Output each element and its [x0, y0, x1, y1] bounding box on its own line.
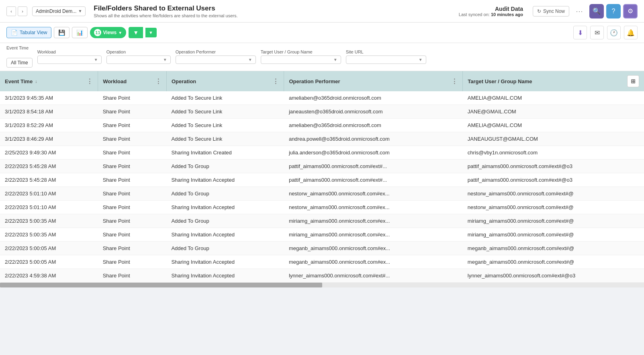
cell-operation: Added To Group — [166, 214, 284, 228]
workload-caret-icon: ▼ — [94, 57, 98, 62]
table-row[interactable]: 2/22/2023 5:01:10 AMShare PointSharing I… — [0, 201, 644, 214]
cell-targetUser: meganb_aimams000.onmicrosoft.com#ext#@ — [463, 255, 644, 269]
cell-operation: Sharing Invitation Accepted — [166, 173, 284, 187]
col-menu-workload[interactable]: ⋮ — [155, 78, 162, 85]
cell-targetUser: pattif_aimams000.onmicrosoft.com#ext#@o3 — [463, 173, 644, 187]
table-row[interactable]: 3/1/2023 8:54:18 AMShare PointAdded To S… — [0, 105, 644, 119]
operation-select[interactable]: ▼ — [106, 55, 171, 64]
filter-icon: ▼ — [133, 29, 139, 36]
cell-eventTime: 2/25/2023 9:49:30 AM — [0, 146, 98, 160]
filter-button[interactable]: ▼ — [129, 27, 143, 38]
page-title: File/Folders Shared to External Users — [94, 4, 454, 12]
sync-now-button[interactable]: ↻ Sync Now — [533, 6, 569, 16]
breadcrumb-dropdown[interactable]: AdminDroid Dem... ▼ — [32, 6, 86, 16]
tabular-view-button[interactable]: 📄 Tabular View — [6, 27, 51, 38]
views-count: 11 — [94, 29, 101, 36]
cell-workload: Share Point — [98, 173, 167, 187]
cell-operationPerformer: julia.anderson@o365droid.onmicrosoft.com — [284, 146, 463, 160]
table-body: 3/1/2023 9:45:35 AMShare PointAdded To S… — [0, 91, 644, 283]
download-button[interactable]: ⬇ — [573, 26, 587, 39]
cell-operation: Sharing Invitation Created — [166, 146, 284, 160]
cell-eventTime: 3/1/2023 8:52:29 AM — [0, 119, 98, 132]
cell-workload: Share Point — [98, 242, 167, 255]
table-row[interactable]: 2/22/2023 5:00:35 AMShare PointSharing I… — [0, 228, 644, 242]
cell-workload: Share Point — [98, 228, 167, 242]
views-button[interactable]: 11 Views ▼ — [90, 27, 126, 38]
th-event-time-label: Event Time — [5, 78, 33, 84]
operation-performer-select[interactable]: ▼ — [176, 55, 256, 64]
table-row[interactable]: 2/22/2023 5:00:05 AMShare PointAdded To … — [0, 242, 644, 255]
th-target-user[interactable]: Target User / Group Name ⊞ — [463, 71, 644, 91]
help-button[interactable]: ? — [606, 4, 621, 18]
cell-operation: Added To Secure Link — [166, 105, 284, 119]
search-button[interactable]: 🔍 — [589, 4, 604, 18]
table-row[interactable]: 2/25/2023 9:49:30 AMShare PointSharing I… — [0, 146, 644, 160]
cell-workload: Share Point — [98, 132, 167, 146]
filter-dropdown-button[interactable]: ▼ — [145, 28, 157, 37]
cell-operation: Sharing Invitation Accepted — [166, 269, 284, 283]
tabular-view-label: Tabular View — [20, 30, 47, 35]
cell-workload: Share Point — [98, 105, 167, 119]
settings-button[interactable]: ⚙ — [623, 4, 638, 18]
th-event-time[interactable]: Event Time ↓ ⋮ — [0, 71, 98, 91]
col-menu-operation-performer[interactable]: ⋮ — [451, 78, 458, 85]
settings-icon: ⚙ — [628, 7, 633, 15]
cell-eventTime: 2/22/2023 5:01:10 AM — [0, 201, 98, 214]
cell-operationPerformer: miriamg_aimams000.onmicrosoft.com#ex... — [284, 214, 463, 228]
table-row[interactable]: 2/22/2023 5:45:28 AMShare PointSharing I… — [0, 173, 644, 187]
nav-arrows: ‹ › — [6, 6, 27, 16]
table-row[interactable]: 2/22/2023 5:45:28 AMShare PointAdded To … — [0, 160, 644, 173]
cell-eventTime: 2/22/2023 5:45:28 AM — [0, 160, 98, 173]
table-row[interactable]: 2/22/2023 4:59:38 AMShare PointSharing I… — [0, 269, 644, 283]
nav-back-button[interactable]: ‹ — [6, 6, 16, 16]
th-operation-performer[interactable]: Operation Performer ⋮ — [284, 71, 463, 91]
schedule-button[interactable]: 🕐 — [607, 26, 621, 39]
table-row[interactable]: 2/22/2023 5:00:35 AMShare PointAdded To … — [0, 214, 644, 228]
table-row[interactable]: 2/22/2023 5:00:05 AMShare PointSharing I… — [0, 255, 644, 269]
th-operation[interactable]: Operation ⋮ — [166, 71, 284, 91]
sort-icon-event-time: ↓ — [35, 79, 37, 84]
chart-view-button[interactable]: 📊 — [72, 27, 88, 38]
cell-operation: Sharing Invitation Accepted — [166, 201, 284, 214]
workload-select[interactable]: ▼ — [37, 55, 102, 64]
save-view-button[interactable]: 💾 — [54, 27, 70, 38]
operation-label: Operation — [106, 49, 171, 54]
site-url-select[interactable]: ▼ — [346, 55, 426, 64]
col-menu-event-time[interactable]: ⋮ — [86, 78, 93, 85]
site-url-filter-group: Site URL ▼ — [346, 49, 426, 64]
horizontal-scrollbar[interactable] — [0, 283, 644, 287]
cell-workload: Share Point — [98, 201, 167, 214]
audit-section: Audit Data Last synced on: 10 minutes ag… — [459, 6, 523, 17]
toolbar: 📄 Tabular View 💾 📊 11 Views ▼ ▼ ▼ ⬇ ✉ 🕐 … — [0, 23, 644, 43]
operation-performer-filter-group: Operation Performer ▼ — [176, 49, 256, 64]
audit-sync: Last synced on: 10 minutes ago — [459, 12, 523, 17]
event-time-button[interactable]: All Time — [6, 58, 33, 68]
data-table-container: Event Time ↓ ⋮ Workload ⋮ Operation ⋮ — [0, 71, 644, 283]
operation-performer-label: Operation Performer — [176, 49, 256, 54]
table-row[interactable]: 3/1/2023 8:52:29 AMShare PointAdded To S… — [0, 119, 644, 132]
more-options-button[interactable]: ⋯ — [574, 7, 585, 16]
cell-operationPerformer: meganb_aimams000.onmicrosoft.com#ex... — [284, 242, 463, 255]
email-button[interactable]: ✉ — [590, 26, 604, 39]
cell-targetUser: nestorw_aimams000.onmicrosoft.com#ext#@ — [463, 187, 644, 201]
cell-operationPerformer: pattif_aimams000.onmicrosoft.com#ext#... — [284, 173, 463, 187]
th-workload[interactable]: Workload ⋮ — [98, 71, 167, 91]
cell-operation: Added To Group — [166, 160, 284, 173]
top-bar: ‹ › AdminDroid Dem... ▼ File/Folders Sha… — [0, 0, 644, 23]
col-menu-operation[interactable]: ⋮ — [272, 78, 279, 85]
cell-eventTime: 3/1/2023 8:46:29 AM — [0, 132, 98, 146]
target-user-select[interactable]: ▼ — [261, 55, 341, 64]
scrollbar-thumb[interactable] — [0, 283, 322, 287]
cell-workload: Share Point — [98, 269, 167, 283]
column-settings-button[interactable]: ⊞ — [627, 75, 639, 87]
table-row[interactable]: 3/1/2023 9:45:35 AMShare PointAdded To S… — [0, 91, 644, 105]
nav-forward-button[interactable]: › — [18, 6, 27, 16]
table-row[interactable]: 3/1/2023 8:46:29 AMShare PointAdded To S… — [0, 132, 644, 146]
cell-operation: Added To Group — [166, 242, 284, 255]
cell-targetUser: pattif_aimams000.onmicrosoft.com#ext#@o3 — [463, 160, 644, 173]
cell-eventTime: 2/22/2023 5:00:05 AM — [0, 242, 98, 255]
page-subtitle: Shows all the activities where file/fold… — [94, 13, 454, 18]
table-row[interactable]: 2/22/2023 5:01:10 AMShare PointAdded To … — [0, 187, 644, 201]
cell-operationPerformer: andrea.powell@o365droid.onmicrosoft.com — [284, 132, 463, 146]
alert-button[interactable]: 🔔 — [624, 26, 638, 39]
